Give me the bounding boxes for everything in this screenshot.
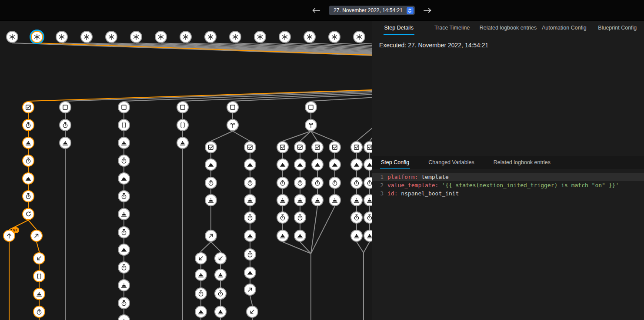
trace-node-repeat[interactable] xyxy=(22,208,34,220)
trace-node-service[interactable] xyxy=(329,194,341,206)
trace-node-timer[interactable] xyxy=(329,177,341,189)
trace-node-service[interactable] xyxy=(350,194,363,206)
trace-node-service[interactable] xyxy=(244,194,256,206)
trace-node-trigger[interactable] xyxy=(353,31,365,43)
trace-node-trigger[interactable] xyxy=(31,31,43,43)
trace-node-service[interactable] xyxy=(350,230,363,242)
trace-node-condition[interactable] xyxy=(22,101,34,113)
trace-node-service[interactable] xyxy=(33,288,45,300)
trace-node-service[interactable] xyxy=(214,269,227,281)
trace-node-service[interactable] xyxy=(294,230,306,242)
trace-node-service[interactable] xyxy=(177,137,189,149)
trace-node-timer[interactable] xyxy=(214,287,227,300)
tab-trace-timeline[interactable]: Trace Timeline xyxy=(425,21,478,35)
trace-node-timer[interactable] xyxy=(244,211,256,224)
trace-node-service[interactable] xyxy=(118,172,130,185)
trace-node-service[interactable] xyxy=(195,269,207,281)
trace-node-service[interactable] xyxy=(118,208,130,220)
trace-node-service[interactable] xyxy=(277,194,289,206)
trace-node-condition[interactable] xyxy=(205,141,217,153)
trace-node-trigger[interactable] xyxy=(254,31,266,43)
trace-node-trigger[interactable] xyxy=(80,31,93,43)
trace-node-service[interactable] xyxy=(244,158,256,171)
trace-node-condition[interactable] xyxy=(244,141,256,153)
tab-step-config[interactable]: Step Config xyxy=(380,156,410,169)
trace-node-arrow-down-left[interactable] xyxy=(214,252,227,264)
trace-node-service[interactable] xyxy=(277,158,289,171)
trace-node-arrow-up-right[interactable] xyxy=(30,230,43,242)
trace-node-condition[interactable] xyxy=(350,141,363,153)
trace-node-timer[interactable] xyxy=(277,177,289,189)
tab-blueprint-config[interactable]: Blueprint Config xyxy=(591,21,644,35)
trace-node-trigger[interactable] xyxy=(328,31,340,43)
trace-node-service[interactable] xyxy=(195,306,207,318)
trace-node-trigger[interactable] xyxy=(130,31,142,43)
tab-related-logbook-entries[interactable]: Related logbook entries xyxy=(479,21,537,35)
trace-node-service[interactable] xyxy=(294,194,306,206)
trace-node-trigger[interactable] xyxy=(155,31,167,43)
tab-step-related-logbook-entries[interactable]: Related logbook entries xyxy=(493,156,551,169)
trace-node-trigger[interactable] xyxy=(56,31,68,43)
trace-node-service[interactable] xyxy=(118,279,130,291)
tab-step-details[interactable]: Step Details xyxy=(372,21,425,35)
trace-node-brackets[interactable] xyxy=(118,119,130,131)
trace-node-square[interactable] xyxy=(227,101,239,113)
trace-node-square[interactable] xyxy=(305,101,317,113)
trace-node-service[interactable] xyxy=(214,306,227,318)
trace-node-timer[interactable] xyxy=(277,211,289,224)
trace-node-trigger[interactable] xyxy=(204,31,217,43)
trace-node-arrow-up-right[interactable] xyxy=(205,230,217,242)
trace-node-trigger[interactable] xyxy=(6,31,18,43)
trace-node-timer[interactable] xyxy=(244,248,256,261)
trace-node-trigger[interactable] xyxy=(279,31,291,43)
trace-node-timer[interactable] xyxy=(294,211,306,224)
trace-node-service[interactable] xyxy=(205,194,217,206)
trace-node-timer[interactable] xyxy=(33,306,45,318)
next-run-button[interactable] xyxy=(422,5,433,16)
trace-node-arrow-down-left[interactable] xyxy=(33,252,45,264)
trace-node-condition[interactable] xyxy=(277,141,289,153)
trace-node-timer[interactable] xyxy=(195,287,207,300)
trace-node-timer[interactable] xyxy=(118,226,130,238)
trace-node-timer[interactable] xyxy=(118,190,130,202)
trace-node-service[interactable] xyxy=(277,230,289,242)
trace-node-condition[interactable] xyxy=(329,141,341,153)
trace-node-service[interactable] xyxy=(294,158,306,171)
trace-node-timer[interactable] xyxy=(118,155,130,167)
trace-node-timer[interactable] xyxy=(205,177,217,189)
trace-node-square[interactable] xyxy=(177,101,189,113)
tab-changed-variables[interactable]: Changed Variables xyxy=(427,156,475,169)
trace-node-square[interactable] xyxy=(59,101,71,113)
trace-node-service[interactable] xyxy=(329,158,341,171)
trace-node-service[interactable] xyxy=(22,172,34,185)
trace-node-service[interactable] xyxy=(311,194,324,206)
trace-node-timer[interactable] xyxy=(350,211,363,224)
trace-node-timer[interactable] xyxy=(294,177,306,189)
trace-node-trigger[interactable] xyxy=(180,31,192,43)
trace-node-trigger[interactable] xyxy=(304,31,316,43)
previous-run-button[interactable] xyxy=(310,5,322,16)
trace-node-traverse[interactable] xyxy=(227,119,239,131)
trace-node-brackets[interactable] xyxy=(177,119,189,131)
trace-node-timer[interactable] xyxy=(244,177,256,189)
trace-node-timer[interactable] xyxy=(350,177,363,189)
trace-node-service[interactable] xyxy=(59,137,71,149)
trace-node-timer[interactable] xyxy=(118,297,130,309)
trace-node-arrow-up[interactable]: 9+ xyxy=(3,230,15,242)
trace-node-timer[interactable] xyxy=(22,190,34,202)
trace-node-arrow-up-right[interactable] xyxy=(244,284,256,296)
trace-run-selector[interactable]: 27. November 2022, 14:54:21 xyxy=(329,6,415,15)
trace-node-timer[interactable] xyxy=(311,177,324,189)
trace-node-timer[interactable] xyxy=(22,155,34,167)
trace-node-service[interactable] xyxy=(244,267,256,279)
trace-node-service[interactable] xyxy=(205,158,217,171)
trace-node-arrow-down-left[interactable] xyxy=(246,306,258,318)
trace-node-arrow-down-left[interactable] xyxy=(195,252,207,264)
trace-node-timer[interactable] xyxy=(118,261,130,274)
trace-node-condition[interactable] xyxy=(311,141,324,153)
tab-automation-config[interactable]: Automation Config xyxy=(537,21,591,35)
trace-node-trigger[interactable] xyxy=(229,31,241,43)
trace-node-condition[interactable] xyxy=(294,141,306,153)
trace-node-brackets[interactable] xyxy=(33,270,45,282)
trace-node-timer[interactable] xyxy=(59,119,71,131)
